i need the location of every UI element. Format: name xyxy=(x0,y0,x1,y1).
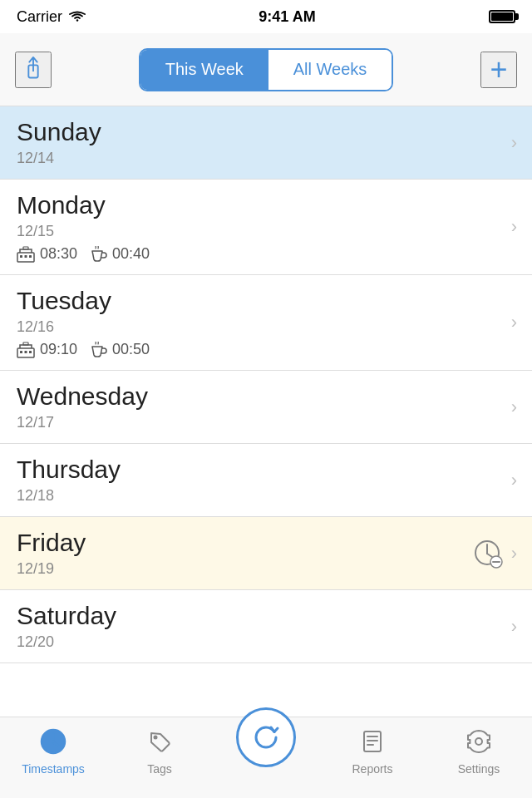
refresh-icon-wrap xyxy=(236,707,296,767)
svg-rect-9 xyxy=(25,351,27,353)
day-left: Saturday12/20 xyxy=(17,602,116,651)
day-left: Monday12/15 08:30 00:40 xyxy=(17,191,150,263)
work-time: 09:10 xyxy=(17,341,77,358)
svg-rect-3 xyxy=(20,255,22,258)
day-right: › xyxy=(511,470,517,491)
day-left: Sunday12/14 xyxy=(17,118,101,167)
svg-line-14 xyxy=(487,554,492,557)
day-right: › xyxy=(511,312,517,333)
svg-point-21 xyxy=(154,736,158,740)
day-right: › xyxy=(511,397,517,418)
tab-timestamps[interactable]: Timestamps xyxy=(0,726,106,776)
svg-rect-8 xyxy=(20,351,22,353)
status-carrier: Carrier xyxy=(17,8,86,26)
day-date: 12/16 xyxy=(17,318,150,336)
day-left: Friday12/19 xyxy=(17,529,86,578)
day-date: 12/18 xyxy=(17,487,121,505)
day-row[interactable]: Thursday12/18› xyxy=(0,444,532,517)
day-name: Thursday xyxy=(17,456,121,484)
day-date: 12/14 xyxy=(17,150,101,167)
day-date: 12/17 xyxy=(17,414,148,431)
work-time: 08:30 xyxy=(17,245,77,263)
tab-reports[interactable]: Reports xyxy=(319,726,426,776)
svg-rect-5 xyxy=(29,255,32,258)
timestamps-icon xyxy=(37,726,69,757)
tab-timestamps-label: Timestamps xyxy=(22,762,85,776)
day-date: 12/15 xyxy=(17,223,150,240)
battery-icon xyxy=(489,10,515,23)
day-row[interactable]: Wednesday12/17› xyxy=(0,371,532,444)
tab-tags[interactable]: Tags xyxy=(106,726,213,776)
day-right: › xyxy=(511,216,517,238)
tab-reports-label: Reports xyxy=(352,762,392,776)
tags-icon xyxy=(144,726,175,757)
coffee-icon xyxy=(89,246,107,263)
day-meta: 09:10 00:50 xyxy=(17,341,150,358)
day-right: › xyxy=(511,616,517,638)
coffee-icon xyxy=(89,342,107,358)
svg-rect-10 xyxy=(29,351,32,353)
nav-bar: This Week All Weeks + xyxy=(0,33,532,106)
share-icon xyxy=(22,56,45,84)
svg-rect-4 xyxy=(25,255,27,258)
refresh-icon xyxy=(248,719,284,756)
day-left: Thursday12/18 xyxy=(17,456,121,505)
day-left: Tuesday12/16 09:10 00:50 xyxy=(17,287,150,358)
chevron-right-icon: › xyxy=(511,216,517,238)
svg-rect-6 xyxy=(23,247,28,249)
segment-control: This Week All Weeks xyxy=(139,48,394,91)
day-row[interactable]: Saturday12/20› xyxy=(0,590,532,663)
add-button[interactable]: + xyxy=(480,52,517,88)
status-time: 9:41 AM xyxy=(259,8,315,26)
chevron-right-icon: › xyxy=(511,543,517,564)
segment-this-week[interactable]: This Week xyxy=(140,50,268,90)
settings-icon xyxy=(463,726,495,757)
day-name: Wednesday xyxy=(17,382,148,411)
chevron-right-icon: › xyxy=(511,616,517,638)
chevron-right-icon: › xyxy=(511,470,517,491)
day-name: Saturday xyxy=(17,602,116,630)
day-right: › xyxy=(471,538,517,569)
day-row[interactable]: Sunday12/14› xyxy=(0,106,532,180)
svg-rect-11 xyxy=(23,342,28,345)
day-meta: 08:30 00:40 xyxy=(17,245,150,263)
chevron-right-icon: › xyxy=(511,397,517,418)
segment-all-weeks[interactable]: All Weeks xyxy=(268,50,392,90)
day-right: › xyxy=(511,132,517,154)
wifi-icon xyxy=(69,11,86,22)
day-left: Wednesday12/17 xyxy=(17,382,148,431)
tab-settings[interactable]: Settings xyxy=(426,726,532,776)
chevron-right-icon: › xyxy=(511,312,517,333)
tab-refresh[interactable] xyxy=(213,707,319,767)
break-time: 00:50 xyxy=(89,341,150,358)
tab-tags-label: Tags xyxy=(147,762,172,776)
reports-icon xyxy=(357,726,388,757)
break-time: 00:40 xyxy=(89,245,150,263)
chevron-right-icon: › xyxy=(511,132,517,154)
share-button[interactable] xyxy=(15,52,52,88)
day-row[interactable]: Monday12/15 08:30 00:40› xyxy=(0,180,532,275)
clock-minus-icon xyxy=(471,538,503,569)
day-row[interactable]: Tuesday12/16 09:10 00:50› xyxy=(0,275,532,371)
day-name: Monday xyxy=(17,191,150,219)
tab-bar: Timestamps Tags Re xyxy=(0,717,532,798)
day-date: 12/19 xyxy=(17,560,86,578)
tab-settings-label: Settings xyxy=(458,762,500,776)
day-list: Sunday12/14›Monday12/15 08:30 00:40›Tues… xyxy=(0,106,532,717)
day-row[interactable]: Friday12/19 › xyxy=(0,517,532,590)
building-icon xyxy=(17,342,35,358)
day-name: Tuesday xyxy=(17,287,150,315)
building-icon xyxy=(17,246,35,263)
svg-point-20 xyxy=(52,740,55,743)
carrier-text: Carrier xyxy=(17,8,62,26)
day-name: Sunday xyxy=(17,118,101,146)
svg-point-26 xyxy=(475,738,482,745)
day-name: Friday xyxy=(17,529,86,557)
day-date: 12/20 xyxy=(17,633,116,651)
status-bar: Carrier 9:41 AM xyxy=(0,0,532,33)
